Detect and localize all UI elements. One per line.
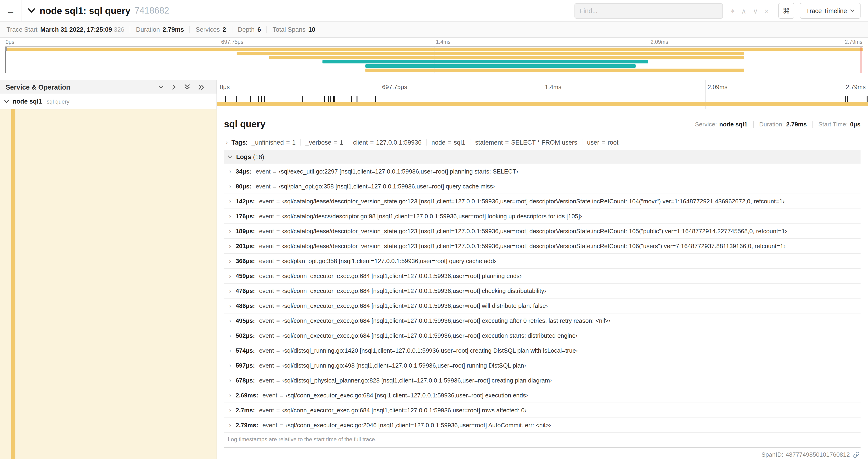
chevron-right-icon: › [228, 362, 232, 369]
tag-divider [426, 139, 427, 145]
trace-summary-item: Duration2.79ms [136, 26, 184, 33]
collapse-trace-header-button[interactable] [28, 8, 35, 13]
log-row[interactable]: ›495μs:event=‹sql/conn_executor_exec.go:… [224, 314, 861, 328]
tag-item[interactable]: client=127.0.0.1:59936 [353, 139, 422, 146]
tree-controls [158, 84, 205, 90]
log-key: event [262, 422, 277, 429]
log-timestamp: 2.69ms: [236, 392, 258, 399]
tag-item[interactable]: _unfinished=1 [251, 139, 296, 146]
tag-value: SELECT * FROM users [511, 139, 577, 146]
span-detail-panel: sql query Service: node sql1 Duration: 2… [217, 109, 868, 459]
log-row[interactable]: ›459μs:event=‹sql/conn_executor_exec.go:… [224, 269, 861, 284]
deep-link-icon[interactable] [853, 451, 860, 458]
timeline-gridline [705, 94, 706, 109]
timeline-column-headers: Service & Operation 0μs697.75μs1.4ms2.09… [0, 80, 868, 94]
timeline-gridline [542, 94, 543, 109]
log-row[interactable]: ›2.7ms:event=‹sql/conn_executor_exec.go:… [224, 403, 861, 418]
logs-header[interactable]: Logs (18) [224, 150, 861, 164]
log-key: event [259, 377, 274, 384]
collapse-all-button[interactable] [184, 84, 190, 90]
log-marker-tick [331, 96, 331, 102]
log-row[interactable]: ›366μs:event=‹sql/plan_opt.go:358 [nsql1… [224, 254, 861, 269]
log-row[interactable]: ›486μs:event=‹sql/conn_executor_exec.go:… [224, 299, 861, 314]
summary-value: 2.79ms [163, 26, 184, 33]
log-value: ‹sql/conn_executor_exec.go:684 [nsql1,cl… [282, 407, 526, 414]
span-duration-bar[interactable] [217, 102, 868, 106]
minimap-span-bar [322, 60, 648, 63]
equals-icon: = [276, 213, 280, 220]
logs-footnote: Log timestamps are relative to the start… [224, 433, 861, 448]
find-input[interactable] [575, 3, 723, 19]
keyboard-shortcuts-button[interactable]: ⌘ [778, 3, 794, 19]
log-marker-tick [375, 96, 376, 102]
tag-item[interactable]: node=sql1 [431, 139, 465, 146]
chevron-right-icon: › [228, 332, 232, 339]
span-row: node sql1 sql query [0, 94, 868, 109]
equals-icon: = [276, 347, 280, 354]
log-timestamp: 2.79ms: [236, 422, 258, 429]
log-timestamp: 459μs: [236, 272, 255, 280]
log-row[interactable]: ›34μs:event=‹sql/exec_util.go:2297 [nsql… [224, 164, 861, 179]
summary-value: March 31 2022, 17:25:09 [40, 26, 112, 33]
trace-summary-item: Services2 [196, 26, 226, 33]
equals-icon: = [276, 258, 280, 264]
log-row[interactable]: ›678μs:event=‹sql/distsql_physical_plann… [224, 373, 861, 388]
minimap-viewport-handle[interactable] [5, 47, 6, 73]
log-row[interactable]: ›142μs:event=‹sql/catalog/lease/descript… [224, 194, 861, 209]
tag-item[interactable]: statement=SELECT * FROM users [475, 139, 577, 146]
log-row[interactable]: ›502μs:event=‹sql/conn_executor_exec.go:… [224, 328, 861, 343]
duration-label: Duration: [759, 121, 784, 128]
log-row[interactable]: ›80μs:event=‹sql/plan_opt.go:358 [nsql1,… [224, 179, 861, 194]
chevron-right-icon: › [228, 302, 232, 309]
log-key: event [259, 347, 274, 354]
log-timestamp: 34μs: [236, 168, 251, 175]
find-clear-icon[interactable]: × [765, 7, 769, 14]
expand-all-button[interactable] [198, 84, 205, 90]
log-row[interactable]: ›2.79ms:event=‹sql/conn_executor_exec.go… [224, 418, 861, 433]
collapse-one-button[interactable] [158, 85, 164, 89]
expand-one-button[interactable] [172, 84, 176, 90]
minimap-canvas[interactable] [5, 46, 863, 73]
find-next-icon[interactable]: ∨ [753, 7, 758, 14]
start-time-label: Start Time: [818, 121, 848, 128]
log-marker-tick [328, 96, 329, 102]
tags-toggle-row[interactable]: › Tags: _unfinished=1_verbose=1client=12… [224, 134, 861, 150]
summary-divider [130, 26, 130, 33]
log-row[interactable]: ›2.69ms:event=‹sql/conn_executor_exec.go… [224, 388, 861, 403]
service-value: node sql1 [719, 121, 747, 128]
tag-item[interactable]: user=root [587, 139, 619, 146]
find-nav-group: ⌖ ∧ ∨ × [727, 7, 772, 14]
minimap-handle-grip [5, 47, 7, 51]
log-row[interactable]: ›189μs:event=‹sql/catalog/lease/descript… [224, 224, 861, 239]
span-detail-header[interactable]: sql query Service: node sql1 Duration: 2… [224, 115, 861, 134]
chevron-right-icon: › [228, 347, 232, 354]
tag-key: _unfinished [251, 139, 284, 146]
chevron-down-icon [850, 9, 855, 12]
back-button[interactable]: ← [0, 0, 22, 22]
chevron-right-icon: › [228, 183, 232, 190]
log-marker-tick [356, 96, 357, 102]
chevron-right-icon [172, 84, 176, 90]
tag-key: node [431, 139, 445, 146]
trace-id: 7418682 [135, 6, 169, 16]
locate-icon[interactable]: ⌖ [731, 7, 735, 14]
log-row[interactable]: ›574μs:event=‹sql/distsql_running.go:142… [224, 343, 861, 358]
collapse-children-chevron[interactable] [4, 100, 9, 103]
log-row[interactable]: ›597μs:event=‹sql/distsql_running.go:498… [224, 358, 861, 373]
log-row[interactable]: ›201μs:event=‹sql/catalog/lease/descript… [224, 239, 861, 254]
span-name-cell[interactable]: node sql1 sql query [0, 94, 217, 109]
chevron-right-icon: › [224, 139, 229, 145]
log-key: event [259, 407, 274, 414]
find-prev-icon[interactable]: ∧ [741, 7, 746, 14]
log-row[interactable]: ›176μs:event=‹sql/catalog/descs/descript… [224, 209, 861, 224]
chevron-right-icon: › [228, 228, 232, 235]
log-marker-tick [847, 96, 848, 102]
trace-view-dropdown[interactable]: Trace Timeline [800, 3, 861, 19]
span-bar-lane[interactable] [217, 94, 868, 109]
equals-icon: = [280, 392, 283, 399]
tag-item[interactable]: _verbose=1 [305, 139, 343, 146]
log-timestamp: 2.7ms: [236, 407, 255, 414]
log-row[interactable]: ›476μs:event=‹sql/conn_executor_exec.go:… [224, 284, 861, 299]
log-key: event [259, 242, 274, 250]
span-id-row: SpanID: 4877749850101760812 [224, 448, 861, 458]
